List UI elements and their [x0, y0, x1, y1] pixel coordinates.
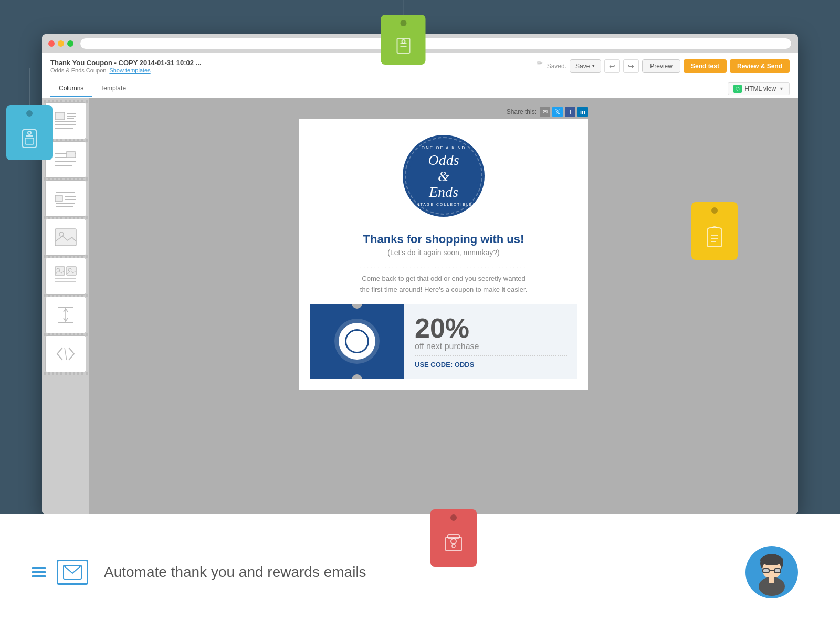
svg-line-44 — [65, 348, 67, 360]
svg-rect-33 — [55, 229, 76, 246]
campaign-title: Thank You Coupon - COPY 2014-01-31 10:02… — [50, 59, 532, 67]
tab-template[interactable]: Template — [92, 80, 134, 97]
share-twitter-icon[interactable]: 𝕏 — [552, 107, 563, 117]
avatar-circle — [746, 546, 798, 598]
svg-point-3 — [402, 40, 405, 43]
browser-window: Thank You Coupon - COPY 2014-01-31 10:02… — [42, 34, 798, 514]
bottom-bar: Automate thank you and rewards emails — [0, 514, 840, 630]
coupon-left — [310, 304, 404, 379]
html-icon: ⬡ — [733, 85, 742, 93]
html-view-button[interactable]: ⬡ HTML view ▼ — [728, 82, 790, 95]
email-icon-box — [57, 560, 88, 585]
block-spacer[interactable] — [45, 297, 86, 333]
svg-rect-54 — [769, 578, 774, 583]
send-test-button[interactable]: Send test — [684, 59, 727, 73]
redo-button[interactable]: ↪ — [623, 59, 639, 73]
tagline-sub: (Let's do it again soon, mmmkay?) — [320, 248, 567, 257]
logo-badge: ONE OF A KIND Odds&Ends VINTAGE COLLECTI… — [403, 135, 485, 217]
dot-red — [48, 40, 55, 47]
coupon-code: USE CODE: ODDS — [415, 361, 567, 369]
edit-icon[interactable]: ✏ — [537, 59, 543, 67]
main-content: Share this: ✉ 𝕏 f in ONE OF A KIND — [42, 98, 798, 514]
share-facebook-icon[interactable]: f — [565, 107, 575, 117]
review-send-button[interactable]: Review & Send — [730, 59, 790, 73]
save-button[interactable]: Save ▼ — [570, 59, 601, 73]
undo-button[interactable]: ↩ — [604, 59, 620, 73]
email-body: ONE OF A KIND Odds&Ends VINTAGE COLLECTI… — [299, 119, 588, 390]
svg-rect-35 — [55, 267, 65, 275]
block-image[interactable] — [45, 219, 86, 256]
html-view-caret: ▼ — [779, 86, 784, 91]
campaign-subtitle: Odds & Ends Coupon — [50, 67, 106, 74]
share-bar: Share this: ✉ 𝕏 f in — [299, 107, 588, 117]
svg-rect-0 — [397, 38, 410, 53]
block-multi-image[interactable] — [45, 258, 86, 295]
logo-vintage: VINTAGE COLLECTIBLES — [411, 203, 476, 206]
svg-rect-49 — [763, 569, 769, 573]
html-view-label: HTML view — [745, 85, 776, 92]
email-body-text: Come back to get that odd or end you sec… — [299, 274, 588, 304]
dot-yellow — [58, 40, 64, 47]
svg-rect-6 — [25, 138, 34, 144]
tab-columns[interactable]: Columns — [50, 80, 92, 97]
coupon-right: 20% off next purchase USE CODE: ODDS — [404, 304, 578, 379]
toolbar-right: Saved. Save ▼ ↩ ↪ Preview Send test Revi… — [547, 59, 790, 73]
email-preview: Share this: ✉ 𝕏 f in ONE OF A KIND — [89, 98, 798, 514]
svg-rect-27 — [55, 195, 62, 202]
bottom-icons — [32, 560, 88, 585]
bottom-text: Automate thank you and rewards emails — [104, 564, 366, 581]
left-sidebar — [42, 98, 89, 514]
svg-rect-15 — [55, 112, 65, 120]
coupon: 20% off next purchase USE CODE: ODDS — [310, 304, 578, 379]
svg-rect-25 — [67, 151, 75, 158]
svg-point-7 — [28, 131, 31, 134]
svg-point-52 — [760, 555, 783, 565]
lines-icon — [32, 567, 46, 578]
tab-group: Columns Template — [50, 80, 134, 97]
svg-point-12 — [451, 539, 456, 544]
email-tagline: Thanks for shopping with us! (Let's do i… — [299, 227, 588, 259]
dot-green — [67, 40, 74, 47]
saved-label: Saved. — [547, 62, 566, 70]
share-linkedin-icon[interactable]: in — [578, 107, 588, 117]
tagline-main: Thanks for shopping with us! — [320, 233, 567, 246]
svg-rect-50 — [774, 569, 781, 573]
share-label: Share this: — [507, 108, 537, 116]
email-header: ONE OF A KIND Odds&Ends VINTAGE COLLECTI… — [299, 119, 588, 227]
logo-brand-name: Odds&Ends — [428, 152, 459, 201]
divider-dots: ........................................… — [299, 259, 588, 274]
coupon-percent: 20% — [415, 314, 567, 342]
show-templates-link[interactable]: Show templates — [109, 67, 150, 74]
svg-point-14 — [452, 544, 455, 548]
preview-button[interactable]: Preview — [642, 59, 680, 73]
svg-rect-4 — [23, 130, 36, 148]
block-code[interactable] — [45, 335, 86, 372]
share-icons: ✉ 𝕏 f in — [540, 107, 588, 117]
block-text-image-2[interactable] — [45, 180, 86, 217]
browser-dots — [48, 40, 74, 47]
secondary-toolbar: Columns Template ⬡ HTML view ▼ — [42, 79, 798, 98]
svg-rect-36 — [67, 267, 76, 275]
logo-one-of-kind: ONE OF A KIND — [422, 145, 466, 150]
share-email-icon[interactable]: ✉ — [540, 107, 550, 117]
logo-inner: ONE OF A KIND Odds&Ends VINTAGE COLLECTI… — [407, 139, 480, 213]
browser-url-bar[interactable] — [80, 38, 792, 49]
coupon-off-text: off next purchase — [415, 342, 567, 351]
